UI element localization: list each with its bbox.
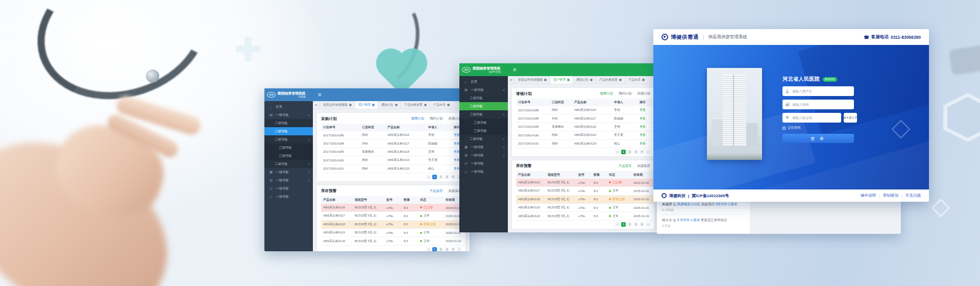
view-link[interactable]: 查看 xyxy=(640,108,646,111)
sidebar-item[interactable]: 三级导航 xyxy=(459,118,508,127)
captcha-input[interactable] xyxy=(791,115,838,120)
tabs-collapse-icon[interactable]: « xyxy=(313,103,320,107)
card-link[interactable]: 高值计划 xyxy=(637,91,650,96)
page-button[interactable]: 3 xyxy=(633,150,638,154)
card-link[interactable]: 领用计划 xyxy=(600,91,613,96)
card-link[interactable]: 产品库存 xyxy=(619,164,632,169)
sidebar-item[interactable]: ▥一级导航∨ xyxy=(264,176,313,184)
sidebar-item[interactable]: ⌂首页 xyxy=(264,103,313,111)
card-link[interactable]: 预约计划 xyxy=(430,116,443,121)
sidebar-item[interactable]: △一级导航 xyxy=(264,193,313,201)
page-button[interactable]: 1 xyxy=(621,150,626,154)
tab[interactable]: 产品分类设置 xyxy=(596,76,625,84)
page-button[interactable]: › xyxy=(457,247,461,251)
page-button[interactable]: ‹ xyxy=(615,150,620,154)
feed-link[interactable]: 风犀精英小分队 xyxy=(677,202,701,206)
sidebar-item[interactable]: 二级导航 xyxy=(459,102,508,110)
tab[interactable]: 用户管理 xyxy=(550,76,573,84)
sidebar-item[interactable]: ◎一级导航 xyxy=(264,184,313,193)
sidebar-item[interactable]: 二级导航∨ xyxy=(459,135,508,143)
card-link[interactable]: 产品库存 xyxy=(430,189,443,194)
tab[interactable]: 通知公告 xyxy=(378,101,401,109)
menu-toggle-icon[interactable]: ≡ xyxy=(513,66,516,73)
tab-close-icon[interactable] xyxy=(349,104,352,106)
page-button[interactable]: 2 xyxy=(438,175,443,179)
login-button[interactable]: 登 录 xyxy=(782,134,854,143)
page-button[interactable]: 4 xyxy=(640,222,644,227)
sidebar-item[interactable]: ◎一级导航 xyxy=(459,159,508,168)
sidebar-item[interactable]: △一级导航 xyxy=(459,168,508,176)
username-field[interactable] xyxy=(782,86,854,96)
tab[interactable]: 通知公告 xyxy=(573,76,596,84)
captcha-field[interactable] xyxy=(782,113,841,123)
sidebar-item[interactable]: ⌂首页 xyxy=(459,78,508,86)
remember-password[interactable]: 记住密码 xyxy=(782,126,854,130)
card-link[interactable]: 高值库存 xyxy=(637,164,650,169)
page-button[interactable]: 3 xyxy=(633,222,638,227)
tab[interactable]: 产品出库 xyxy=(430,101,453,109)
view-link[interactable]: 查看 xyxy=(640,125,646,128)
feed-link[interactable]: 5月日常小需求 xyxy=(716,202,738,206)
sidebar-item[interactable]: 三级导航 xyxy=(264,144,313,152)
captcha-image[interactable]: 6+6=? xyxy=(844,113,857,123)
card-link[interactable]: 预约计划 xyxy=(619,91,632,96)
page-button[interactable]: 1 xyxy=(621,222,626,227)
page-button[interactable]: ‹ xyxy=(426,175,431,179)
tab[interactable]: 产品分类设置 xyxy=(401,101,430,109)
page-button[interactable]: 1 xyxy=(432,175,437,179)
checkbox-icon[interactable] xyxy=(782,127,786,130)
tab-close-icon[interactable] xyxy=(447,104,450,106)
menu-toggle-icon[interactable]: ≡ xyxy=(318,91,321,98)
page-button[interactable]: 2 xyxy=(627,222,632,227)
sidebar-item[interactable]: 二级导航∧ xyxy=(264,135,313,144)
page-button[interactable]: 2 xyxy=(438,247,443,251)
page-button[interactable]: › xyxy=(646,150,650,154)
footer-link[interactable]: 常见问题 xyxy=(905,193,921,198)
footer-link[interactable]: 操作说明 xyxy=(861,193,876,198)
tab-close-icon[interactable] xyxy=(372,104,375,106)
view-link[interactable]: 查看 xyxy=(640,117,646,120)
tab[interactable]: 用户管理 xyxy=(355,101,378,109)
page-button[interactable]: 2 xyxy=(627,150,632,154)
tab[interactable]: 产品出库 xyxy=(625,76,648,84)
password-input[interactable] xyxy=(791,102,851,107)
sidebar-item[interactable]: ▦一级导航∨ xyxy=(264,168,313,176)
page-button[interactable]: 1 xyxy=(432,247,437,251)
page-button[interactable]: 3 xyxy=(445,175,449,179)
tab-close-icon[interactable] xyxy=(424,104,427,106)
sidebar-item[interactable]: ▤一级导航∧ xyxy=(264,111,313,119)
tab[interactable]: 资质证件效期预警 xyxy=(320,101,355,109)
tab-close-icon[interactable] xyxy=(395,104,398,106)
sidebar-item[interactable]: 二级导航 xyxy=(264,119,313,127)
feed-link[interactable]: 5 月日常小需求 xyxy=(677,218,701,222)
tab-close-icon[interactable] xyxy=(619,79,622,81)
sidebar-item[interactable]: ▦一级导航∨ xyxy=(459,143,508,151)
page-button[interactable]: 4 xyxy=(640,150,644,154)
footer-link[interactable]: 密钥驱动 xyxy=(883,193,898,198)
page-button[interactable]: ‹ xyxy=(426,247,431,251)
sidebar-item[interactable]: 三级导航 xyxy=(264,152,313,160)
view-link[interactable]: 查看 xyxy=(640,133,646,136)
view-link[interactable]: 查看 xyxy=(640,142,646,145)
sidebar-item[interactable]: 二级导航∧ xyxy=(459,110,508,118)
sidebar-item[interactable]: ▥一级导航∨ xyxy=(459,151,508,159)
tab[interactable]: 资质证件效期预警 xyxy=(514,76,550,84)
sidebar-item[interactable]: ▤一级导航∧ xyxy=(459,86,508,94)
sidebar-item[interactable]: 二级导航 xyxy=(459,94,508,102)
page-button[interactable]: › xyxy=(646,222,650,227)
page-button[interactable]: 4 xyxy=(451,247,455,251)
tab-close-icon[interactable] xyxy=(567,79,570,81)
sidebar-item[interactable]: 二级导航∨ xyxy=(264,160,313,168)
page-button[interactable]: 3 xyxy=(445,247,449,251)
tabs-collapse-icon[interactable]: « xyxy=(508,78,514,82)
tab-close-icon[interactable] xyxy=(590,79,593,81)
card-link[interactable]: 领用计划 xyxy=(411,116,424,121)
tab-close-icon[interactable] xyxy=(642,79,645,81)
page-button[interactable]: ‹ xyxy=(615,222,620,227)
sidebar-item[interactable]: 二级导航 xyxy=(264,127,313,135)
page-button[interactable]: 4 xyxy=(451,175,455,179)
tab-close-icon[interactable] xyxy=(544,79,547,81)
username-input[interactable] xyxy=(791,89,851,93)
password-field[interactable] xyxy=(782,100,854,109)
sidebar-item[interactable]: 三级导航 xyxy=(459,127,508,135)
